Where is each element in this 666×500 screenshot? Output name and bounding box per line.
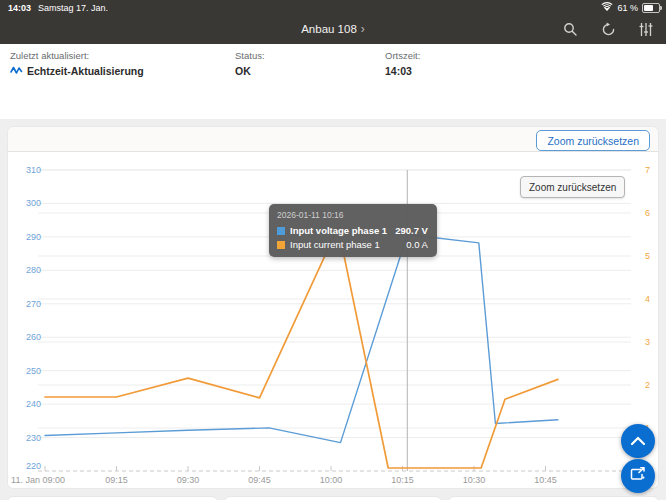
updated-label: Zuletzt aktualisiert: — [10, 50, 144, 61]
svg-text:250: 250 — [26, 366, 41, 376]
status-label: Status: — [235, 50, 265, 61]
svg-text:10:45: 10:45 — [534, 475, 557, 485]
svg-text:220: 220 — [26, 461, 41, 471]
line-chart[interactable]: 220230240250260270280290300310123456711.… — [8, 152, 658, 487]
status-value: OK — [235, 65, 265, 77]
svg-text:280: 280 — [26, 265, 41, 275]
status-time: 14:03 — [8, 3, 31, 13]
svg-text:4: 4 — [645, 294, 650, 304]
chart-card: 220230240250260270280290300310123456711.… — [7, 152, 659, 489]
updated-value: Echtzeit-Aktualisierung — [27, 65, 144, 77]
svg-text:11. Jan 09:00: 11. Jan 09:00 — [11, 475, 65, 485]
tooltip-row-voltage: Input voltage phase 1 290.7 V — [277, 225, 428, 236]
voltage-swatch — [277, 227, 285, 235]
tooltip-row-current: Input current phase 1 0.0 A — [277, 239, 428, 250]
zoom-reset-overlay-button[interactable]: Zoom zurücksetzen — [520, 176, 625, 198]
svg-text:240: 240 — [26, 399, 41, 409]
status-bar: 14:03 Samstag 17. Jan. 61 % — [0, 0, 666, 15]
localtime-value: 14:03 — [385, 65, 420, 77]
app-screen: 14:03 Samstag 17. Jan. 61 % Anbau 108› — [0, 0, 666, 500]
current-swatch — [277, 241, 285, 249]
search-icon[interactable] — [562, 20, 578, 38]
svg-text:230: 230 — [26, 433, 41, 443]
bottom-card-1[interactable] — [7, 496, 218, 500]
scroll-to-top-button[interactable] — [621, 424, 655, 458]
svg-text:09:30: 09:30 — [177, 475, 200, 485]
svg-text:10:00: 10:00 — [320, 475, 343, 485]
wifi-icon — [601, 2, 613, 13]
svg-text:300: 300 — [26, 198, 41, 208]
svg-text:2: 2 — [645, 380, 650, 390]
svg-text:290: 290 — [26, 232, 41, 242]
app-nav-bar: Anbau 108› — [0, 15, 666, 44]
svg-text:310: 310 — [26, 165, 41, 175]
open-window-button[interactable] — [621, 459, 655, 493]
zoom-reset-button[interactable]: Zoom zurücksetzen — [536, 130, 650, 151]
bottom-card-2[interactable] — [224, 496, 442, 500]
tooltip-timestamp: 2026-01-11 10:16 — [277, 210, 428, 220]
svg-text:260: 260 — [26, 332, 41, 342]
realtime-pulse-icon — [10, 65, 23, 77]
open-window-icon — [630, 467, 646, 485]
chart-toolbar: Zoom zurücksetzen — [7, 126, 659, 152]
chart-tooltip: 2026-01-11 10:16 Input voltage phase 1 2… — [269, 204, 437, 257]
svg-text:3: 3 — [645, 337, 650, 347]
object-header: Zuletzt aktualisiert: Echtzeit-Aktualisi… — [0, 44, 666, 119]
localtime-label: Ortszeit: — [385, 50, 420, 61]
chevron-up-icon — [630, 432, 646, 450]
svg-text:10:15: 10:15 — [391, 475, 414, 485]
title-chevron-icon: › — [361, 22, 365, 36]
battery-icon — [642, 3, 660, 13]
filter-sliders-icon[interactable] — [638, 20, 654, 38]
bottom-card-3[interactable] — [448, 496, 659, 500]
svg-text:09:45: 09:45 — [248, 475, 271, 485]
svg-text:10:30: 10:30 — [463, 475, 486, 485]
status-date: Samstag 17. Jan. — [38, 3, 108, 13]
svg-text:6: 6 — [645, 208, 650, 218]
svg-text:270: 270 — [26, 299, 41, 309]
svg-text:5: 5 — [645, 251, 650, 261]
svg-text:7: 7 — [645, 165, 650, 175]
svg-text:09:15: 09:15 — [105, 475, 128, 485]
battery-percent: 61 % — [617, 3, 638, 13]
sync-icon[interactable] — [600, 20, 616, 38]
